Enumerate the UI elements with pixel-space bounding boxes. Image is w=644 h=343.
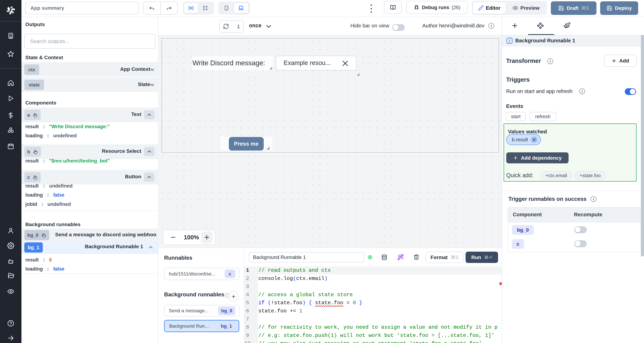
svg-text:f: f bbox=[509, 38, 510, 43]
